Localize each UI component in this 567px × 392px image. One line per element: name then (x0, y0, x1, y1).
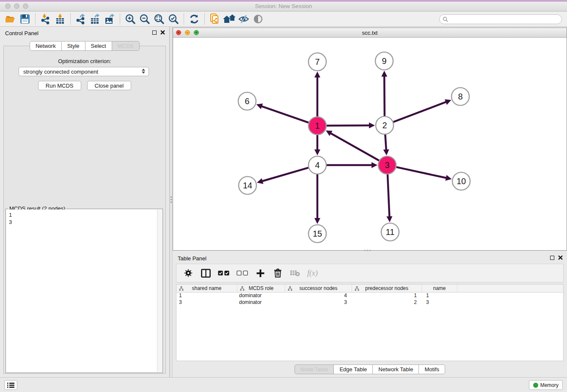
home-houses-icon (223, 14, 235, 25)
export-table-icon (90, 14, 101, 25)
delete-column-button[interactable] (272, 267, 283, 279)
tab-network[interactable]: Network (30, 41, 62, 51)
apply-layout-button[interactable] (187, 13, 201, 25)
graph-edge-arrowhead (381, 71, 387, 77)
deselect-all-button[interactable] (237, 267, 248, 279)
toolbar-separator (35, 14, 36, 25)
network-canvas[interactable]: 7968124314101511 (173, 38, 567, 250)
column-header-MCDS-role[interactable]: MCDS role (237, 284, 285, 292)
export-table-button[interactable] (88, 13, 102, 25)
toolbar-separator (184, 14, 184, 25)
memory-button[interactable]: Memory (529, 380, 563, 390)
graph-edge-3-10[interactable] (396, 167, 446, 178)
table-row[interactable]: 3dominator323 (176, 299, 563, 306)
mcds-result-line: 3 (9, 218, 157, 226)
close-panel-icon[interactable] (160, 30, 165, 35)
graph-edge-3-11[interactable] (388, 174, 389, 217)
close-panel-button[interactable]: Close panel (87, 81, 132, 90)
column-header-shared-name[interactable]: shared name (176, 284, 237, 292)
table-cell[interactable]: 3 (176, 299, 237, 306)
graph-edge-4-14[interactable] (262, 168, 308, 181)
zoom-fit-icon (154, 14, 165, 25)
table-options-button[interactable] (183, 267, 193, 279)
select-all-button[interactable] (218, 267, 229, 279)
graph-node-label: 2 (382, 121, 387, 130)
run-mcds-button[interactable]: Run MCDS (38, 81, 81, 90)
export-image-button[interactable] (102, 13, 117, 25)
open-folder-icon (5, 14, 16, 25)
optimization-criterion-dropdown[interactable]: strongly connected component (19, 67, 149, 76)
control-panel-tabs: NetworkStyleSelectMCDS (0, 41, 169, 51)
export-network-button[interactable] (74, 13, 88, 25)
graph-edge-2-9[interactable] (384, 76, 385, 116)
add-column-button[interactable] (255, 267, 265, 279)
tab-node-table[interactable]: Node Table (295, 364, 334, 374)
tab-motifs[interactable]: Motifs (418, 364, 445, 374)
delete-table-button[interactable] (290, 267, 300, 279)
graph-edge-2-3[interactable] (385, 135, 386, 150)
zoom-out-icon (139, 14, 150, 25)
apply-function-button[interactable]: f(x) (307, 267, 318, 279)
close-panel-icon[interactable] (558, 255, 563, 260)
table-cell[interactable]: 2 (352, 299, 422, 306)
first-neighbors-button[interactable] (222, 13, 237, 25)
tab-select[interactable]: Select (85, 41, 112, 51)
window-accent-strip (0, 0, 567, 2)
save-session-button[interactable] (18, 13, 32, 25)
show-graphics-details-button[interactable] (251, 13, 265, 25)
table-cell[interactable]: 4 (285, 293, 352, 299)
column-header-name[interactable]: name (422, 284, 457, 292)
import-table-button[interactable] (53, 13, 67, 25)
zoom-in-icon (125, 14, 136, 25)
graph-edge-arrowhead (257, 178, 263, 184)
graph-edge-1-2[interactable] (327, 125, 370, 126)
graph-node-label: 1 (315, 121, 319, 130)
column-header-predecessor-nodes[interactable]: predecessor nodes (352, 284, 422, 292)
graph-edge-1-6[interactable] (261, 106, 308, 123)
graph-edge-arrowhead (369, 122, 375, 128)
app-titlebar: Session: New Session (0, 0, 567, 11)
show-panels-menu-button[interactable] (4, 380, 17, 390)
mcds-result-scrollbar[interactable] (157, 210, 162, 372)
panel-splitter[interactable] (169, 27, 173, 377)
table-cell[interactable]: 3 (285, 299, 352, 306)
graph-edge-2-8[interactable] (394, 102, 447, 122)
column-header-successor-nodes[interactable]: successor nodes (285, 284, 352, 292)
show-column-button[interactable] (201, 267, 211, 279)
graph-edge-3-1[interactable] (330, 133, 379, 160)
graph-node-label: 14 (243, 181, 252, 190)
table-cell[interactable]: 1 (176, 293, 237, 299)
save-disk-icon (20, 14, 30, 24)
table-cell[interactable]: 1 (352, 293, 422, 299)
tab-style[interactable]: Style (61, 41, 85, 51)
search-input[interactable] (450, 16, 561, 23)
table-cell[interactable]: 1 (422, 293, 457, 299)
new-network-from-selection-icon (209, 14, 220, 25)
optimization-criterion-label: Optimization criterion: (0, 58, 169, 64)
tab-network-table[interactable]: Network Table (372, 364, 419, 374)
table-row[interactable]: 1dominator411 (176, 293, 563, 299)
table-cell[interactable]: 3 (422, 299, 457, 306)
zoom-fit-button[interactable] (152, 13, 166, 25)
tab-edge-table[interactable]: Edge Table (333, 364, 373, 374)
import-network-button[interactable] (39, 13, 53, 25)
zoom-in-button[interactable] (123, 13, 138, 25)
zoom-selected-button[interactable] (166, 13, 181, 25)
network-window-titlebar[interactable]: × – + scc.txt (173, 28, 567, 38)
tab-mcds[interactable]: MCDS (112, 41, 140, 51)
table-cell[interactable]: dominator (237, 293, 285, 299)
mcds-result-line: 1 (9, 211, 157, 218)
float-panel-icon[interactable] (152, 30, 157, 35)
column-type-icon (355, 286, 359, 291)
open-session-button[interactable] (3, 13, 18, 25)
zoom-out-button[interactable] (138, 13, 152, 25)
float-panel-icon[interactable] (550, 256, 554, 260)
zoom-selected-icon (168, 14, 179, 25)
hide-selected-button[interactable] (237, 13, 251, 25)
control-panel-title: Control Panel (5, 30, 39, 36)
table-cell[interactable]: dominator (237, 299, 285, 306)
new-network-from-selection-button[interactable] (208, 13, 222, 25)
import-table-icon (55, 14, 66, 25)
mcds-result-box: MCDS result (2 nodes) 13 (6, 209, 163, 373)
toolbar-separator (120, 14, 120, 25)
